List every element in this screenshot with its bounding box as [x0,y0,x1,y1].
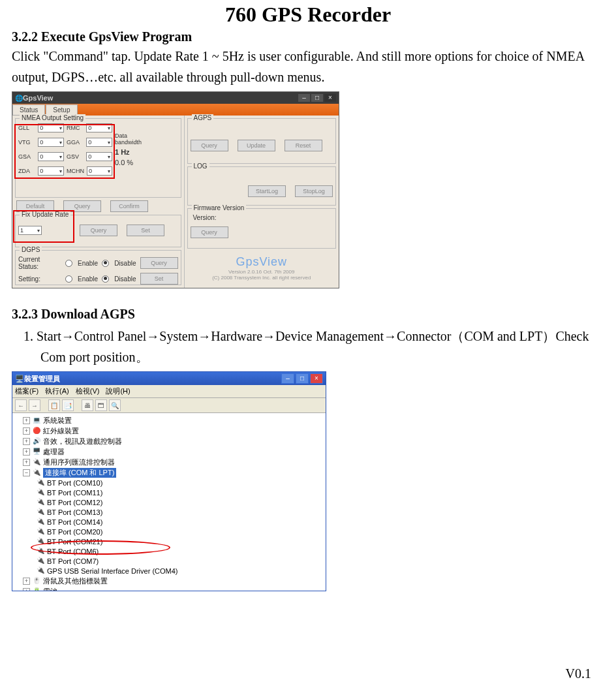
tree-node[interactable]: +🔌通用序列匯流排控制器 [16,457,322,467]
tree-node-com-lpt[interactable]: −🔌連接埠 (COM 和 LPT) [16,468,322,478]
data-bandwidth-hz: 1 Hz [115,148,154,156]
devmgr-close-button[interactable]: × [310,373,323,384]
nmea-panel: NMEA Output Setting GLL0 RMC0 Data bandw… [15,118,181,198]
fix-rate-query-button[interactable]: Query [80,225,117,236]
expand-icon[interactable]: + [23,578,30,585]
tree-node-port[interactable]: 🔌BT Port (COM13) [16,508,322,517]
section-323-heading: 3.2.3 Download AGPS [12,307,604,322]
toolbar-back-icon[interactable]: ← [15,399,27,411]
dgps-setting-disable-radio[interactable] [102,275,109,283]
device-icon: 💻 [32,416,41,426]
app-icon: 🌐 [15,95,23,102]
agps-query-button[interactable]: Query [191,140,228,151]
dgps-query-button[interactable]: Query [140,257,178,269]
devmgr-max-button[interactable]: □ [296,373,309,384]
dgps-current-disable-radio[interactable] [102,260,109,267]
dgps-setting-enable-radio[interactable] [65,275,72,283]
firmware-panel: Firmware Version Version: Query [187,208,337,249]
tree-node-port[interactable]: 🔌BT Port (COM10) [16,478,322,488]
dgps-panel: DGPS Current Status: Enable Disable Quer… [15,250,181,285]
menu-view[interactable]: 檢視(V) [76,386,100,396]
port-icon: 🔌 [36,478,45,488]
tree-node-label: BT Port (COM12) [47,499,102,506]
dgps-setting-enable-label: Enable [78,275,98,283]
expand-icon[interactable]: + [23,438,30,445]
startlog-button[interactable]: StartLog [248,185,286,197]
agps-reset-button[interactable]: Reset [285,140,322,151]
tree-node[interactable]: +💻系統裝置 [16,416,322,426]
toolbar-fwd-icon[interactable]: → [29,399,40,411]
data-bandwidth-pct: 0.0 % [115,159,154,166]
collapse-icon[interactable]: − [23,469,30,476]
port-icon: 🔌 [36,557,45,566]
device-icon: 🔌 [32,458,41,467]
tree-node[interactable]: +🖱️滑鼠及其他指標裝置 [16,576,322,586]
nmea-confirm-button[interactable]: Confirm [110,200,148,212]
version-label: V0.1 [566,666,591,681]
expand-icon[interactable]: + [23,588,30,591]
expand-icon[interactable]: + [23,459,30,466]
tree-node-port[interactable]: 🔌BT Port (COM12) [16,498,322,507]
tree-node-label: GPS USB Serial Interface Driver (COM4) [47,567,178,575]
tree-node-label: 處理器 [43,447,65,457]
dgps-set-button[interactable]: Set [140,273,178,285]
maximize-button[interactable]: □ [311,94,323,102]
tree-node-label: BT Port (COM7) [47,557,99,565]
gpsview-brand-version: Version 2.0.16 Oct. 7th 2009 [189,269,335,275]
devmgr-menubar: 檔案(F) 執行(A) 檢視(V) 說明(H) [12,385,326,398]
tree-node-port[interactable]: 🔌BT Port (COM14) [16,518,322,527]
tree-node-label: BT Port (COM13) [47,508,102,516]
port-icon: 🔌 [36,527,45,536]
tree-node-label: 滑鼠及其他指標裝置 [43,576,108,586]
highlight-nmea [14,124,115,179]
dgps-current-disable-label: Disable [114,260,136,267]
dgps-current-enable-label: Enable [78,260,98,267]
tree-node[interactable]: +🔊音效，視訊及遊戲控制器 [16,437,322,446]
dgps-current-enable-radio[interactable] [65,260,72,267]
expand-icon[interactable]: + [23,427,30,435]
dgps-title: DGPS [20,246,42,253]
agps-panel: AGPS Query Update Reset [187,118,337,164]
toolbar-scan-icon[interactable]: 🔍 [109,399,121,411]
toolbar-help-icon[interactable]: 📑 [62,399,74,411]
stoplog-button[interactable]: StopLog [295,185,333,197]
port-icon: 🔌 [36,498,45,507]
device-manager-screenshot: 🖥️ 裝置管理員 – □ × 檔案(F) 執行(A) 檢視(V) 說明(H) ←… [12,371,326,591]
fix-rate-panel: Fix Update Rate 1 Query Set [15,215,181,247]
tree-node-label: 音效，視訊及遊戲控制器 [43,437,122,446]
devmgr-min-button[interactable]: – [281,373,294,384]
tree-node-label: BT Port (COM11) [47,489,102,497]
tree-node-port[interactable]: 🔌GPS USB Serial Interface Driver (COM4) [16,566,322,576]
tree-node-label: BT Port (COM14) [47,518,102,526]
tree-node-port[interactable]: 🔌BT Port (COM20) [16,527,322,536]
devmgr-icon: 🖥️ [15,375,24,383]
toolbar-refresh-icon[interactable]: 🗔 [95,399,107,411]
tree-node[interactable]: +🔋電池 [16,587,322,591]
tree-node-label: 連接埠 (COM 和 LPT) [43,468,116,478]
tree-node-port[interactable]: 🔌BT Port (COM11) [16,488,322,497]
minimize-button[interactable]: – [298,94,310,102]
tree-node[interactable]: +🖥️處理器 [16,447,322,457]
firmware-query-button[interactable]: Query [191,226,228,238]
port-icon: 🔌 [36,488,45,497]
toolbar-props-icon[interactable]: 📋 [48,399,60,411]
toolbar-print-icon[interactable]: 🖶 [82,399,93,411]
agps-update-button[interactable]: Update [238,140,275,151]
port-icon: 🔌 [36,518,45,527]
tree-node[interactable]: +🔴紅外線裝置 [16,426,322,436]
tree-node-label: BT Port (COM20) [47,528,102,536]
tree-node-label: 系統裝置 [43,416,72,426]
device-icon: 🔊 [32,437,41,446]
menu-file[interactable]: 檔案(F) [15,386,38,396]
fix-rate-set-button[interactable]: Set [127,225,164,236]
expand-icon[interactable]: + [23,448,30,456]
menu-help[interactable]: 說明(H) [106,386,130,396]
tree-node-port[interactable]: 🔌BT Port (COM7) [16,557,322,566]
devmgr-tree: +💻系統裝置+🔴紅外線裝置+🔊音效，視訊及遊戲控制器+🖥️處理器+🔌通用序列匯流… [12,413,326,591]
expand-icon[interactable]: + [23,417,30,424]
gpsview-screenshot: 🌐 GpsView – □ × Status Setup NMEA Output… [12,91,339,288]
port-icon: 🔌 [36,566,45,576]
doc-title: 760 GPS Recorder [12,3,604,27]
menu-action[interactable]: 執行(A) [45,386,69,396]
close-button[interactable]: × [324,94,336,102]
